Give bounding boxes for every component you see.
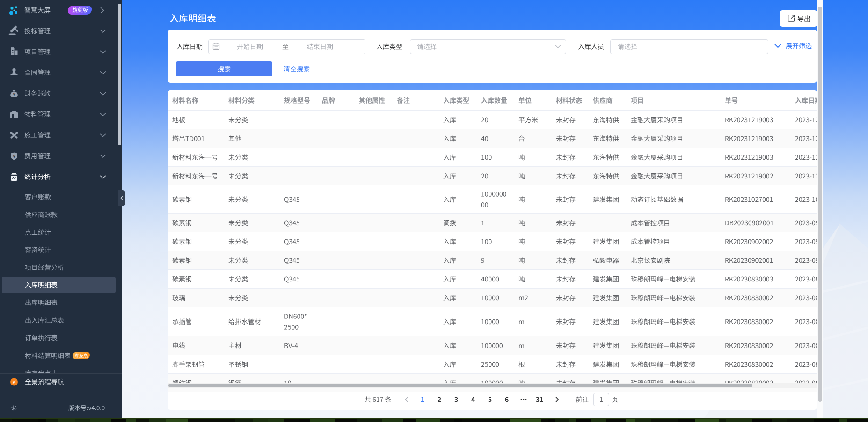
- svg-text:¥: ¥: [13, 93, 15, 96]
